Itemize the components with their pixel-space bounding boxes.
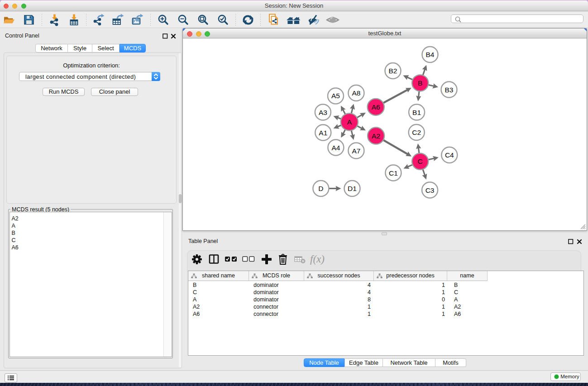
- svg-text:D: D: [318, 185, 323, 192]
- svg-text:C: C: [418, 157, 423, 165]
- svg-text:B: B: [418, 79, 422, 87]
- svg-text:D1: D1: [348, 185, 357, 192]
- svg-text:B2: B2: [389, 67, 397, 75]
- svg-text:C1: C1: [389, 169, 398, 177]
- svg-text:A: A: [347, 118, 352, 126]
- svg-text:A5: A5: [331, 92, 340, 100]
- svg-text:B3: B3: [445, 86, 454, 94]
- svg-text:C3: C3: [425, 186, 435, 194]
- svg-text:C4: C4: [445, 151, 454, 159]
- svg-text:A4: A4: [331, 144, 340, 152]
- svg-text:A2: A2: [372, 132, 380, 140]
- svg-text:A7: A7: [352, 147, 360, 155]
- svg-text:A8: A8: [352, 89, 360, 97]
- svg-text:B4: B4: [426, 51, 435, 58]
- svg-text:C2: C2: [412, 129, 421, 136]
- svg-text:A6: A6: [372, 103, 380, 111]
- svg-text:A1: A1: [319, 129, 327, 137]
- svg-text:B1: B1: [412, 109, 421, 116]
- svg-text:A3: A3: [319, 109, 327, 116]
